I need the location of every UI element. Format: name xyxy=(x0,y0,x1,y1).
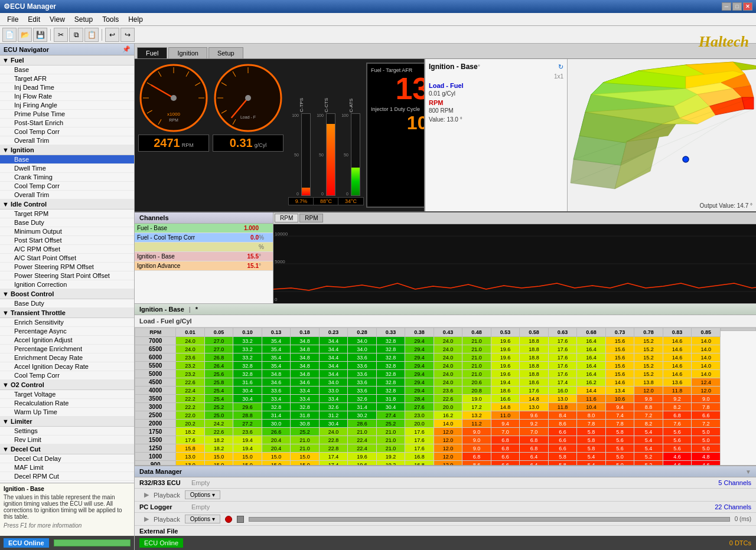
data-cell[interactable]: 29.4 xyxy=(405,387,434,395)
data-cell[interactable]: 30.0 xyxy=(262,420,291,428)
data-cell[interactable]: 24.0 xyxy=(434,353,462,362)
data-cell[interactable]: 14.0 xyxy=(434,420,462,428)
sidebar-item-boost-base-duty[interactable]: Base Duty xyxy=(0,299,134,308)
data-cell[interactable]: 13.2 xyxy=(462,411,491,420)
data-cell[interactable]: 19.6 xyxy=(491,370,520,378)
category-idle[interactable]: ▼ Idle Control xyxy=(0,199,134,209)
data-cell[interactable]: 22.8 xyxy=(319,436,348,444)
data-cell[interactable]: 7.2 xyxy=(634,411,663,420)
data-cell[interactable]: 8.6 xyxy=(462,461,491,466)
data-cell[interactable]: 15.2 xyxy=(634,353,663,362)
data-cell[interactable]: 19.6 xyxy=(491,337,520,345)
data-cell[interactable]: 16.6 xyxy=(491,395,520,403)
open-button[interactable]: 📂 xyxy=(18,28,32,42)
data-cell[interactable]: 18.2 xyxy=(204,436,233,444)
data-cell[interactable]: 6.6 xyxy=(548,436,577,444)
sidebar-item-rev-limit[interactable]: Rev Limit xyxy=(0,436,134,444)
save-button[interactable]: 💾 xyxy=(33,28,47,42)
data-cell[interactable]: 25.6 xyxy=(204,370,233,378)
data-cell[interactable]: 23.6 xyxy=(176,353,205,362)
data-cell[interactable]: 12.0 xyxy=(434,436,462,444)
data-cell[interactable]: 16.2 xyxy=(434,411,462,420)
data-cell[interactable]: 5.4 xyxy=(634,444,663,453)
data-cell[interactable]: 18.2 xyxy=(204,444,233,453)
data-cell[interactable]: 31.4 xyxy=(262,411,291,420)
menu-help[interactable]: Help xyxy=(123,14,148,25)
data-cell[interactable]: 33.6 xyxy=(348,353,377,362)
data-cell[interactable]: 14.4 xyxy=(577,387,606,395)
sidebar-item-fuel-base[interactable]: Base xyxy=(0,66,134,74)
data-cell[interactable]: 17.4 xyxy=(319,453,348,461)
data-cell[interactable]: 11.6 xyxy=(577,395,606,403)
data-cell[interactable]: 13.0 xyxy=(548,395,577,403)
data-cell[interactable]: 6.6 xyxy=(548,444,577,453)
dm-stop-button[interactable] xyxy=(237,516,244,523)
data-cell[interactable]: 33.2 xyxy=(233,345,262,353)
data-cell[interactable]: 7.8 xyxy=(692,403,721,411)
data-cell[interactable]: 6.4 xyxy=(520,461,549,466)
data-cell[interactable]: 9.2 xyxy=(520,420,549,428)
data-cell[interactable]: 17.6 xyxy=(405,444,434,453)
data-cell[interactable]: 24.0 xyxy=(434,345,462,353)
close-button[interactable]: ✕ xyxy=(743,2,752,11)
data-cell[interactable]: 5.6 xyxy=(605,436,634,444)
data-cell[interactable]: 27.2 xyxy=(233,420,262,428)
data-cell[interactable]: 8.0 xyxy=(577,411,606,420)
table-row[interactable]: 100013.015.015.015.015.017.419.619.216.8… xyxy=(135,453,721,461)
data-cell[interactable]: 15.0 xyxy=(291,461,320,466)
data-cell[interactable]: 10.6 xyxy=(605,395,634,403)
data-cell[interactable]: 34.0 xyxy=(319,378,348,387)
data-cell[interactable]: 15.0 xyxy=(233,453,262,461)
data-cell[interactable]: 29.4 xyxy=(405,378,434,387)
sidebar-item-overall-trim-fuel[interactable]: Overall Trim xyxy=(0,136,134,145)
data-cell[interactable]: 21.0 xyxy=(462,353,491,362)
data-cell[interactable]: 30.8 xyxy=(291,420,320,428)
data-cell[interactable]: 7.0 xyxy=(520,428,549,436)
data-cell[interactable]: 12.4 xyxy=(692,378,721,387)
data-cell[interactable]: 34.8 xyxy=(262,370,291,378)
tab-setup[interactable]: Setup xyxy=(208,47,243,58)
data-cell[interactable]: 15.2 xyxy=(634,370,663,378)
data-cell[interactable]: 24.0 xyxy=(434,362,462,370)
data-cell[interactable]: 21.0 xyxy=(376,436,405,444)
category-fuel[interactable]: ▼ Fuel xyxy=(0,55,134,66)
sidebar-item-enrich-sensitivity[interactable]: Enrich Sensitivity xyxy=(0,318,134,327)
data-cell[interactable]: 28.6 xyxy=(348,420,377,428)
data-cell[interactable]: 34.8 xyxy=(291,362,320,370)
data-cell[interactable]: 22.6 xyxy=(176,378,205,387)
menu-edit[interactable]: Edit xyxy=(23,14,45,25)
data-cell[interactable]: 32.8 xyxy=(376,387,405,395)
sidebar-item-maf-limit[interactable]: MAF Limit xyxy=(0,463,134,472)
data-cell[interactable]: 6.8 xyxy=(462,453,491,461)
data-cell[interactable]: 24.2 xyxy=(204,420,233,428)
data-cell[interactable]: 19.4 xyxy=(233,444,262,453)
data-cell[interactable]: 34.8 xyxy=(291,353,320,362)
data-cell[interactable]: 5.4 xyxy=(634,428,663,436)
data-cell[interactable]: 5.8 xyxy=(577,436,606,444)
data-cell[interactable]: 29.4 xyxy=(405,353,434,362)
data-cell[interactable]: 10.4 xyxy=(577,403,606,411)
data-cell[interactable]: 15.6 xyxy=(605,353,634,362)
data-cell[interactable]: 24.0 xyxy=(319,428,348,436)
sidebar-item-ign-correction[interactable]: Ignition Correction xyxy=(0,280,134,289)
rpm-tab-1[interactable]: RPM xyxy=(275,214,298,222)
data-cell[interactable]: 28.8 xyxy=(233,411,262,420)
data-cell[interactable]: 8.2 xyxy=(663,403,692,411)
data-cell[interactable]: 34.6 xyxy=(291,378,320,387)
data-cell[interactable]: 33.4 xyxy=(291,387,320,395)
data-cell[interactable]: 18.8 xyxy=(520,353,549,362)
data-cell[interactable]: 23.6 xyxy=(233,428,262,436)
data-cell[interactable]: 34.8 xyxy=(291,345,320,353)
category-boost[interactable]: ▼ Boost Control xyxy=(0,289,134,299)
data-cell[interactable]: 4.6 xyxy=(692,461,721,466)
sidebar-item-target-rpm[interactable]: Target RPM xyxy=(0,209,134,218)
data-cell[interactable]: 29.4 xyxy=(405,370,434,378)
data-cell[interactable]: 24.0 xyxy=(434,378,462,387)
data-cell[interactable]: 5.6 xyxy=(663,428,692,436)
sidebar-item-limiter-settings[interactable]: Settings xyxy=(0,427,134,436)
data-cell[interactable]: 33.2 xyxy=(233,353,262,362)
data-cell[interactable]: 21.0 xyxy=(376,428,405,436)
data-cell[interactable]: 9.0 xyxy=(462,444,491,453)
sidebar-item-percentage-async[interactable]: Percentage Async xyxy=(0,327,134,336)
data-cell[interactable]: 8.4 xyxy=(548,411,577,420)
